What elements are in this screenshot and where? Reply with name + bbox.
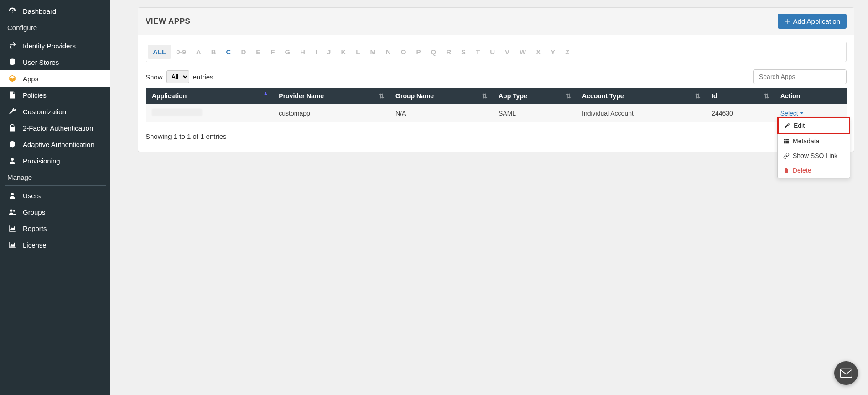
wrench-icon [7, 107, 17, 116]
filter-letter-W[interactable]: W [515, 45, 531, 59]
cell-apptype: SAML [492, 104, 576, 122]
sidebar-label: Groups [23, 208, 45, 216]
col-application[interactable]: Application▲ [146, 88, 272, 104]
svg-point-1 [11, 158, 14, 161]
col-apptype[interactable]: App Type⇅ [492, 88, 576, 104]
svg-point-3 [10, 209, 12, 211]
sidebar-label: Provisioning [23, 157, 60, 165]
sidebar-label: License [23, 241, 47, 249]
sidebar-item-identity-providers[interactable]: Identity Providers [0, 37, 110, 54]
sidebar-label: Policies [23, 91, 47, 99]
lock-icon [7, 124, 17, 132]
filter-letter-X[interactable]: X [531, 45, 546, 59]
filter-letter-P[interactable]: P [411, 45, 426, 59]
sidebar-label: User Stores [23, 58, 59, 66]
col-action: Action [774, 88, 847, 104]
edit-icon [784, 122, 790, 129]
caret-down-icon [800, 112, 804, 114]
sidebar-item-provisioning[interactable]: Provisioning [0, 153, 110, 169]
divider [5, 185, 106, 186]
entries-select[interactable]: All [166, 70, 189, 83]
show-label: Show [146, 73, 163, 81]
sidebar-item-policies[interactable]: Policies [0, 87, 110, 103]
filter-letter-K[interactable]: K [336, 45, 351, 59]
dropdown-metadata[interactable]: Metadata [778, 134, 850, 148]
filter-letter-Z[interactable]: Z [560, 45, 574, 59]
page-title: VIEW APPS [146, 17, 190, 26]
contact-fab[interactable] [834, 361, 858, 385]
filter-letter-Q[interactable]: Q [426, 45, 442, 59]
divider [5, 36, 106, 36]
sidebar-item-adaptive-auth[interactable]: Adaptive Authentication [0, 136, 110, 153]
filter-letter-S[interactable]: S [456, 45, 471, 59]
filter-letter-B[interactable]: B [206, 45, 221, 59]
svg-point-2 [11, 193, 14, 195]
filter-letter-F[interactable]: F [265, 45, 280, 59]
sidebar-item-apps[interactable]: Apps [0, 70, 110, 87]
entries-info: Showing 1 to 1 of 1 entries [146, 132, 227, 140]
col-group[interactable]: Group Name⇅ [389, 88, 492, 104]
shield-icon [7, 140, 17, 148]
sidebar-item-groups[interactable]: Groups [0, 204, 110, 220]
svg-rect-5 [840, 369, 852, 378]
chart-icon [7, 224, 17, 232]
filter-letter-C[interactable]: C [221, 45, 236, 59]
action-select-dropdown[interactable]: Select [780, 110, 804, 117]
sidebar-item-users[interactable]: Users [0, 187, 110, 204]
dropdown-show-sso[interactable]: Show SSO Link [778, 148, 850, 163]
filter-letter-G[interactable]: G [280, 45, 295, 59]
sidebar-item-reports[interactable]: Reports [0, 220, 110, 237]
sidebar-item-dashboard[interactable]: Dashboard [0, 3, 110, 19]
filter-letter-0-9[interactable]: 0-9 [171, 45, 191, 59]
panel-view-apps: VIEW APPS Add Application ALL 0-9ABCDEFG… [138, 7, 854, 152]
redacted-text [152, 109, 202, 116]
filter-letter-T[interactable]: T [471, 45, 485, 59]
main-content: VIEW APPS Add Application ALL 0-9ABCDEFG… [110, 0, 868, 395]
filter-letter-N[interactable]: N [381, 45, 396, 59]
add-application-button[interactable]: Add Application [778, 14, 847, 29]
entries-label: entries [193, 73, 213, 81]
filter-letter-E[interactable]: E [251, 45, 265, 59]
cell-account: Individual Account [576, 104, 705, 122]
sort-icon: ⇅ [695, 92, 701, 100]
sidebar-label: Customization [23, 108, 66, 116]
filter-letter-H[interactable]: H [295, 45, 310, 59]
filter-letter-A[interactable]: A [191, 45, 206, 59]
sidebar-label: Reports [23, 225, 47, 232]
filter-letter-M[interactable]: M [365, 45, 381, 59]
sidebar-item-license[interactable]: License [0, 237, 110, 253]
sidebar-item-user-stores[interactable]: User Stores [0, 54, 110, 70]
filter-letter-J[interactable]: J [322, 45, 336, 59]
users-icon [7, 208, 17, 216]
cell-group: N/A [389, 104, 492, 122]
svg-point-4 [13, 210, 15, 212]
file-icon [7, 91, 17, 99]
sidebar-item-2fa[interactable]: 2-Factor Authentication [0, 120, 110, 136]
dropdown-edit[interactable]: Edit [777, 117, 850, 134]
search-input[interactable] [753, 69, 847, 84]
mail-icon [840, 368, 852, 378]
filter-letter-L[interactable]: L [351, 45, 365, 59]
apps-table: Application▲ Provider Name⇅ Group Name⇅ … [146, 88, 847, 122]
sidebar-label: Adaptive Authentication [23, 141, 94, 148]
filter-letter-V[interactable]: V [500, 45, 515, 59]
filter-letter-Y[interactable]: Y [546, 45, 560, 59]
plus-icon [784, 18, 790, 25]
cell-application [146, 104, 272, 122]
sidebar-item-customization[interactable]: Customization [0, 103, 110, 120]
col-id[interactable]: Id⇅ [705, 88, 774, 104]
filter-letter-O[interactable]: O [396, 45, 411, 59]
col-account[interactable]: Account Type⇅ [576, 88, 705, 104]
filter-all[interactable]: ALL [148, 45, 171, 59]
sidebar-label: Users [23, 192, 41, 200]
dropdown-delete[interactable]: Delete [778, 163, 850, 178]
cell-action: Select Edit [774, 104, 847, 122]
col-provider[interactable]: Provider Name⇅ [272, 88, 389, 104]
cell-id: 244630 [705, 104, 774, 122]
filter-letter-R[interactable]: R [441, 45, 456, 59]
filter-letter-U[interactable]: U [485, 45, 500, 59]
panel-header: VIEW APPS Add Application [138, 8, 854, 35]
filter-letter-D[interactable]: D [236, 45, 251, 59]
dashboard-icon [7, 7, 17, 15]
filter-letter-I[interactable]: I [310, 45, 322, 59]
